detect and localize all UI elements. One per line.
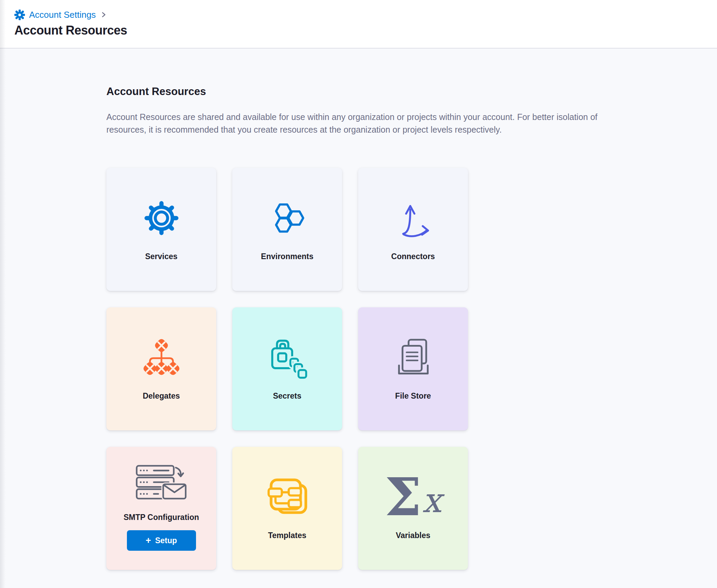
setup-button[interactable]: + Setup — [127, 530, 196, 551]
page-title: Account Resources — [14, 23, 717, 38]
breadcrumb: Account Settings — [14, 9, 717, 21]
card-label: Services — [145, 252, 178, 261]
hexagons-icon — [268, 198, 307, 239]
card-label: Delegates — [143, 391, 180, 401]
sigma-x-icon: Σ x — [385, 477, 442, 518]
page-header: Account Settings Account Resources — [0, 0, 717, 49]
plus-icon: + — [146, 536, 151, 545]
card-label: Secrets — [273, 391, 301, 401]
sigma-glyph: Σ — [385, 477, 421, 518]
card-label: Templates — [268, 531, 306, 540]
card-label: SMTP Configuration — [123, 512, 199, 522]
card-file-store[interactable]: File Store — [358, 307, 468, 430]
card-label: File Store — [395, 391, 431, 401]
breadcrumb-account-settings-link[interactable]: Account Settings — [29, 9, 96, 21]
card-environments[interactable]: Environments — [232, 168, 342, 291]
setup-button-label: Setup — [155, 536, 177, 545]
mail-server-icon — [135, 466, 188, 500]
card-services[interactable]: Services — [106, 168, 216, 291]
card-secrets[interactable]: Secrets — [232, 307, 342, 430]
card-label: Connectors — [391, 252, 435, 261]
curved-arrows-icon — [395, 198, 431, 239]
card-label: Environments — [261, 252, 313, 261]
delegate-tree-icon — [141, 337, 182, 378]
section-description: Account Resources are shared and availab… — [106, 111, 602, 136]
chevron-right-icon — [100, 11, 107, 18]
x-glyph: x — [422, 489, 441, 512]
main-content: Account Resources Account Resources are … — [0, 49, 717, 570]
card-smtp-configuration[interactable]: SMTP Configuration + Setup — [106, 447, 216, 570]
card-connectors[interactable]: Connectors — [358, 168, 468, 291]
documents-tray-icon — [392, 337, 434, 378]
resources-grid: Services Environments — [106, 168, 717, 570]
section-heading: Account Resources — [106, 85, 717, 98]
collapsed-sidebar-edge — [0, 0, 5, 588]
card-variables[interactable]: Σ x Variables — [358, 447, 468, 570]
padlock-icon — [267, 337, 308, 378]
settings-gear-icon — [14, 10, 25, 20]
card-label: Variables — [396, 531, 430, 540]
card-delegates[interactable]: Delegates — [106, 307, 216, 430]
gear-icon — [144, 198, 179, 239]
card-templates[interactable]: Templates — [232, 447, 342, 570]
stacked-templates-icon — [267, 477, 308, 518]
